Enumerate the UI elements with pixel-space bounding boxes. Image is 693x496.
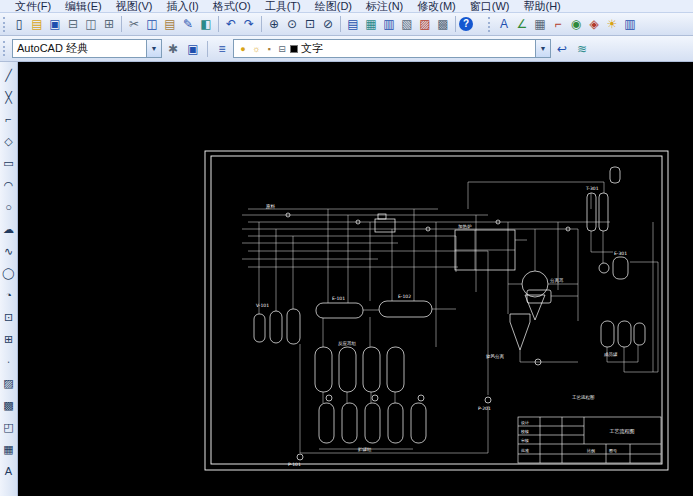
construction-line-icon[interactable]: ╳ — [1, 87, 17, 108]
make-block-icon[interactable]: ⊞ — [1, 329, 17, 350]
standard-toolbar: ▯ ▤ ▣ ⊟ ◫ ⊞ ✂ ◫ ▤ ✎ ◧ ↶ ↷ ⊕ ⊙ ⊡ ⊘ ▤ ▦ ▥ … — [0, 13, 693, 36]
drawing-canvas[interactable]: 原料 E-101 E-102 V-101 反应器组 贮罐组 分离器 旋风分离 T… — [18, 62, 693, 496]
equipment-label: 旋风分离 — [486, 354, 505, 359]
table-icon[interactable]: ▦ — [1, 439, 17, 460]
layer-plot-icon[interactable]: ⊟ — [277, 44, 287, 54]
point-icon[interactable]: ∙ — [1, 351, 17, 372]
titleblock-title: 工艺流程图 — [610, 428, 635, 435]
workspace-settings-icon[interactable]: ✱ — [164, 40, 182, 58]
menu-insert[interactable]: 插入(I) — [159, 0, 205, 13]
chevron-down-icon[interactable]: ▼ — [535, 40, 550, 57]
match-properties-icon[interactable]: ✎ — [179, 15, 197, 33]
equipment-label: 加热炉 — [458, 224, 472, 229]
chevron-down-icon[interactable]: ▼ — [146, 40, 161, 57]
new-file-icon[interactable]: ▯ — [10, 15, 28, 33]
workspace-combobox[interactable]: AutoCAD 经典 ▼ — [12, 39, 162, 58]
undo-icon[interactable]: ↶ — [222, 15, 240, 33]
circle-icon[interactable]: ○ — [1, 197, 17, 218]
toolbar-grip[interactable] — [3, 17, 7, 32]
sheet-set-icon[interactable]: ▧ — [398, 15, 416, 33]
menu-file[interactable]: 文件(F) — [8, 0, 58, 13]
pan-icon[interactable]: ⊕ — [265, 15, 283, 33]
open-file-icon[interactable]: ▤ — [28, 15, 46, 33]
menu-modify[interactable]: 修改(M) — [410, 0, 463, 13]
region-icon[interactable]: ◰ — [1, 417, 17, 438]
text-style-icon[interactable]: A — [495, 15, 513, 33]
markup-icon[interactable]: ▨ — [416, 15, 434, 33]
layer-lock-icon[interactable]: ▪ — [264, 44, 274, 54]
layer-thaw-icon[interactable]: ☼ — [251, 44, 261, 54]
publish-icon[interactable]: ⊞ — [100, 15, 118, 33]
titleblock-design-label: 设计 — [521, 420, 529, 425]
layer-color-swatch[interactable] — [290, 45, 298, 53]
render-icon[interactable]: ◉ — [567, 15, 585, 33]
menu-view[interactable]: 视图(V) — [109, 0, 160, 13]
equipment-label: E-102 — [398, 294, 411, 299]
rectangle-icon[interactable]: ▭ — [1, 153, 17, 174]
menu-bar: 文件(F) 编辑(E) 视图(V) 插入(I) 格式(O) 工具(T) 绘图(D… — [0, 0, 693, 13]
properties-icon[interactable]: ▤ — [344, 15, 362, 33]
line-icon[interactable]: ╱ — [1, 65, 17, 86]
cut-icon[interactable]: ✂ — [125, 15, 143, 33]
designcenter-icon[interactable]: ▦ — [362, 15, 380, 33]
plot-preview-icon[interactable]: ◫ — [82, 15, 100, 33]
paste-icon[interactable]: ▤ — [161, 15, 179, 33]
menu-dimension[interactable]: 标注(N) — [359, 0, 410, 13]
equipment-label: 成品罐 — [604, 352, 618, 357]
toolbar-grip[interactable] — [488, 17, 492, 32]
zoom-realtime-icon[interactable]: ⊙ — [283, 15, 301, 33]
drawing-area[interactable]: 原料 E-101 E-102 V-101 反应器组 贮罐组 分离器 旋风分离 T… — [18, 62, 693, 496]
insert-block-icon[interactable]: ⊡ — [1, 307, 17, 328]
menu-window[interactable]: 窗口(W) — [463, 0, 517, 13]
gradient-icon[interactable]: ▩ — [1, 395, 17, 416]
display-icon[interactable]: ▣ — [184, 40, 202, 58]
toolbar-grip[interactable] — [3, 41, 7, 56]
polyline-icon[interactable]: ⌐ — [1, 109, 17, 130]
tool-palettes-icon[interactable]: ▥ — [380, 15, 398, 33]
ellipse-icon[interactable]: ◯ — [1, 263, 17, 284]
hatch-icon[interactable]: ▨ — [1, 373, 17, 394]
workspace-layers-toolbar: AutoCAD 经典 ▼ ✱ ▣ ≡ ● ☼ ▪ ⊟ 文字 ▼ ↩ ≋ — [0, 36, 693, 62]
equipment-label: E-301 — [614, 251, 627, 256]
table-style-icon[interactable]: ▦ — [531, 15, 549, 33]
polygon-icon[interactable]: ◇ — [1, 131, 17, 152]
layer-on-icon[interactable]: ● — [238, 44, 248, 54]
workspace-value: AutoCAD 经典 — [17, 41, 88, 56]
copy-icon[interactable]: ◫ — [143, 15, 161, 33]
layer-states-icon[interactable]: ≋ — [573, 40, 591, 58]
block-editor-icon[interactable]: ◧ — [197, 15, 215, 33]
layer-combobox[interactable]: ● ☼ ▪ ⊟ 文字 ▼ — [233, 39, 551, 58]
menu-format[interactable]: 格式(O) — [206, 0, 258, 13]
toolbar-separator — [455, 16, 456, 32]
mtext-icon[interactable]: A — [1, 461, 17, 482]
layer-properties-icon[interactable]: ≡ — [213, 40, 231, 58]
equipment-label: 原料 — [266, 204, 276, 209]
sheet-icon[interactable]: ▥ — [621, 15, 639, 33]
redo-icon[interactable]: ↷ — [240, 15, 258, 33]
arc-icon[interactable]: ◠ — [1, 175, 17, 196]
quickcalc-icon[interactable]: ▩ — [434, 15, 452, 33]
layer-previous-icon[interactable]: ↩ — [553, 40, 571, 58]
piping-lines — [242, 182, 658, 453]
menu-help[interactable]: 帮助(H) — [517, 0, 568, 13]
menu-edit[interactable]: 编辑(E) — [58, 0, 109, 13]
title-block — [518, 417, 661, 463]
materials-icon[interactable]: ◈ — [585, 15, 603, 33]
save-icon[interactable]: ▣ — [46, 15, 64, 33]
title-block-text: 设计 校核 审核 批准 比例 图号 工艺流程图 — [520, 420, 635, 454]
zoom-window-icon[interactable]: ⊡ — [301, 15, 319, 33]
multileader-style-icon[interactable]: ⌐ — [549, 15, 567, 33]
ellipse-arc-icon[interactable]: ◔ — [1, 285, 17, 306]
menu-draw[interactable]: 绘图(D) — [308, 0, 359, 13]
revision-cloud-icon[interactable]: ☁ — [1, 219, 17, 240]
dimension-style-icon[interactable]: ∠ — [513, 15, 531, 33]
autocad-window: 文件(F) 编辑(E) 视图(V) 插入(I) 格式(O) 工具(T) 绘图(D… — [0, 0, 693, 496]
lights-icon[interactable]: ☀ — [603, 15, 621, 33]
equipment-label: T-301 — [585, 186, 599, 191]
equipment-label: 反应器组 — [338, 341, 357, 346]
plot-icon[interactable]: ⊟ — [64, 15, 82, 33]
zoom-previous-icon[interactable]: ⊘ — [319, 15, 337, 33]
help-icon[interactable]: ? — [459, 17, 473, 31]
spline-icon[interactable]: ∿ — [1, 241, 17, 262]
menu-tools[interactable]: 工具(T) — [258, 0, 308, 13]
